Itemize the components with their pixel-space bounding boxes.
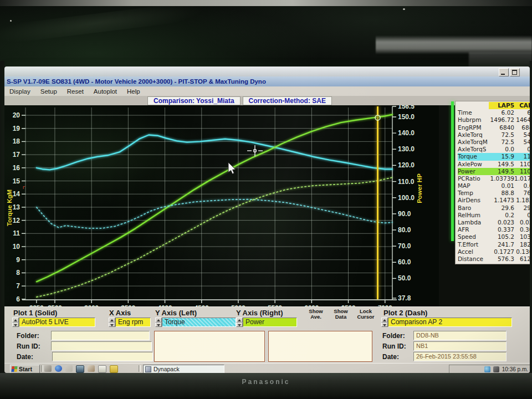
yleft-spinner[interactable]: [155, 318, 162, 327]
tray-app-icon[interactable]: [493, 366, 499, 372]
yleft-combo: Torque: [155, 318, 236, 327]
panel-row-distance: Distance576.3612.0: [456, 255, 530, 263]
spinner-up-icon[interactable]: [381, 318, 388, 323]
yright-combo: Power: [236, 318, 297, 327]
window-title: S-SP V1.7-09E SO831 (4WD - Motor Vehicle…: [4, 78, 266, 85]
dynapack-task-button[interactable]: Dynapack: [143, 365, 224, 373]
yleft-header: Y Axis (Left): [155, 309, 197, 317]
quicklaunch-app-icon[interactable]: [44, 365, 52, 372]
series-power-plot-2-dash-: [37, 177, 392, 297]
series-torque-plot-2-dash-: [37, 200, 392, 228]
panel-row-relhum: RelHum0.20.2: [456, 212, 530, 219]
panel-row-engrpm: EngRPM68406848: [456, 124, 530, 131]
torque-tick-label: 10: [13, 243, 21, 250]
quicklaunch-tools-icon[interactable]: [88, 365, 95, 372]
mouse-cursor-icon: [228, 162, 236, 174]
red-cursor-artifact: r: [22, 185, 25, 190]
right-folder-field[interactable]: DD8-NB: [413, 331, 507, 340]
spinner-down-icon[interactable]: [381, 323, 388, 328]
panel-header-row: LAP5 CAP5: [456, 102, 530, 109]
taskbar-clock: 10:36 p.m.: [502, 366, 528, 372]
left-runid-label: Run ID:: [17, 342, 40, 350]
plot2-comment-box[interactable]: [268, 331, 372, 362]
plot1-comment-box[interactable]: [154, 331, 265, 362]
torque-tick-label: 6: [16, 295, 20, 303]
start-label: Start: [19, 366, 32, 372]
minimize-button[interactable]: [499, 68, 509, 76]
menu-item-help[interactable]: Help: [122, 88, 145, 95]
plot1-spinner[interactable]: [12, 318, 19, 327]
spinner-down-icon[interactable]: [236, 323, 243, 328]
restore-icon: [512, 70, 517, 75]
panel-row-afr: AFR0.3370.302: [456, 226, 530, 233]
panel-row-torque: Torque15.911.7: [456, 153, 530, 160]
series-torque-plot-1-solid-: [37, 135, 392, 170]
shelf-reflection: [0, 0, 532, 6]
right-date-field[interactable]: 26-Feb-2015 23:55:58: [413, 352, 507, 361]
restore-button[interactable]: [510, 68, 520, 76]
left-runid-field[interactable]: [51, 341, 152, 351]
torque-axis-title: Torque KgM: [6, 190, 13, 226]
right-date-label: Date:: [382, 353, 399, 361]
wall-reflection: [376, 35, 532, 54]
power-tick-label: 150.0: [398, 113, 415, 121]
tray-network-icon[interactable]: [484, 366, 490, 372]
panel-row-accel: Accel0.17270.1300: [456, 248, 530, 255]
power-tick-label: 156.5: [398, 105, 415, 110]
right-folder-label: Folder:: [382, 332, 405, 340]
plot2-select[interactable]: Comparison AP 2: [388, 318, 512, 327]
live-data-panel: LAP5 CAP5 Time6.026.9Hubrpm1496.721464.9…: [455, 101, 530, 264]
spinner-up-icon[interactable]: [109, 318, 115, 323]
menu-item-autoplot[interactable]: Autoplot: [89, 88, 122, 95]
yleft-select[interactable]: Torque: [162, 318, 236, 327]
yright-select[interactable]: Power: [243, 318, 297, 327]
panel-row-baro: Baro29.629.9: [456, 204, 530, 212]
panel-col1-header: LAP5: [489, 102, 514, 109]
monitor-bezel-left: [0, 61, 4, 374]
spinner-down-icon[interactable]: [155, 323, 162, 328]
plot2-spinner[interactable]: [381, 318, 388, 327]
panel-row-pcratio: PCRatio1.037391.01759: [456, 175, 530, 182]
torque-tick-label: 20: [13, 111, 21, 119]
spinner-down-icon[interactable]: [12, 323, 19, 328]
torque-tick-label: 12: [13, 217, 21, 224]
xaxis-select[interactable]: Eng rpm: [115, 318, 151, 327]
monitor-screen: S-SP V1.7-09E SO831 (4WD - Motor Vehicle…: [4, 66, 530, 373]
xaxis-spinner[interactable]: [109, 318, 115, 327]
menu-item-setup[interactable]: Setup: [35, 88, 62, 95]
quicklaunch-disabled-icon[interactable]: [65, 365, 73, 372]
dyno-chart[interactable]: 20191817161514131211109876156.5150.0140.…: [4, 105, 439, 306]
quicklaunch-folder-icon[interactable]: [110, 365, 118, 373]
power-tick-label: 50.0: [398, 274, 411, 282]
spinner-up-icon[interactable]: [12, 318, 19, 323]
right-runid-field[interactable]: NB1: [413, 341, 507, 351]
quicklaunch-browser-icon[interactable]: [55, 365, 62, 372]
left-folder-field[interactable]: [51, 331, 150, 340]
spinner-up-icon[interactable]: [236, 318, 243, 323]
spinner-up-icon[interactable]: [155, 318, 162, 323]
menu-item-display[interactable]: Display: [4, 88, 35, 95]
right-runid-label: Run ID:: [382, 342, 406, 350]
torque-tick-label: 17: [13, 151, 21, 158]
yright-spinner[interactable]: [236, 318, 243, 327]
minimize-icon: [501, 74, 505, 75]
panel-row-axletorq: AxleTorq72.554.8: [456, 131, 530, 139]
monitor-brand: Panasonic: [0, 378, 532, 386]
dust-speck: [403, 8, 405, 10]
panel-row-teffort: T.Effort241.7182.0: [456, 241, 530, 248]
quicklaunch-document-icon[interactable]: [98, 365, 106, 373]
child-window-titlebar: S-SP V1.7-09E SO831 (4WD - Motor Vehicle…: [4, 76, 530, 86]
panel-row-map: MAP0.010.02: [456, 182, 530, 190]
plot1-select[interactable]: AutoPlot 5 LIVE: [19, 318, 95, 327]
spinner-down-icon[interactable]: [109, 323, 115, 328]
left-date-field[interactable]: [52, 352, 153, 361]
panel-row-axletorqs: AxleTorqS0.00.0: [456, 146, 530, 153]
start-button[interactable]: Start: [10, 365, 40, 373]
plot1-combo: AutoPlot 5 LIVE: [12, 318, 95, 327]
menu-item-reset[interactable]: Reset: [62, 88, 89, 95]
plot1-header: Plot 1 (Solid): [13, 309, 57, 317]
monitor-bezel-bottom: Panasonic: [0, 373, 532, 399]
power-tick-label: 90.0: [398, 210, 411, 218]
quicklaunch-monitor-icon[interactable]: [76, 365, 84, 373]
panel-row-lambda: Lambda0.0230.021: [456, 219, 530, 226]
